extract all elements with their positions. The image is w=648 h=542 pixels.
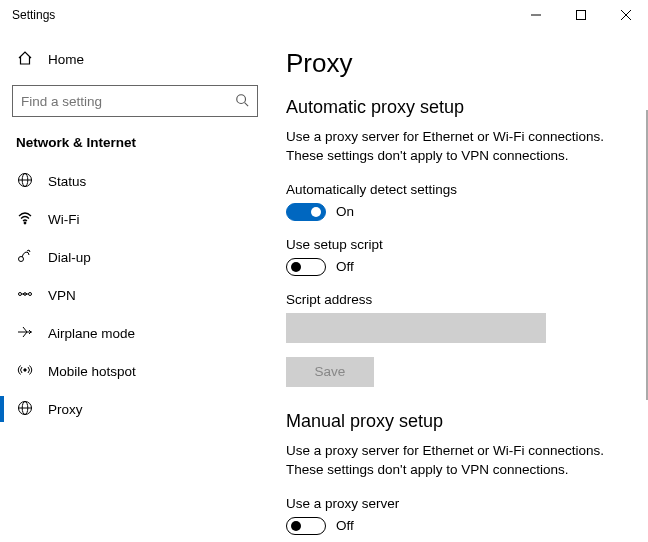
use-proxy-label: Use a proxy server bbox=[286, 496, 634, 511]
maximize-button[interactable] bbox=[558, 0, 603, 30]
manual-section-description: Use a proxy server for Ethernet or Wi-Fi… bbox=[286, 442, 634, 480]
sidebar-item-label: Mobile hotspot bbox=[48, 364, 136, 379]
sidebar-item-label: Proxy bbox=[48, 402, 83, 417]
use-proxy-state: Off bbox=[336, 518, 354, 533]
auto-section-description: Use a proxy server for Ethernet or Wi-Fi… bbox=[286, 128, 634, 166]
svg-point-4 bbox=[237, 94, 246, 103]
search-box[interactable] bbox=[12, 85, 258, 117]
detect-settings-state: On bbox=[336, 204, 354, 219]
window-title: Settings bbox=[12, 8, 55, 22]
svg-point-11 bbox=[19, 292, 22, 295]
sidebar-nav: Status Wi-Fi Dial-up bbox=[10, 162, 260, 428]
globe-icon bbox=[16, 172, 34, 191]
sidebar-item-label: VPN bbox=[48, 288, 76, 303]
svg-point-12 bbox=[29, 292, 32, 295]
save-button[interactable]: Save bbox=[286, 357, 374, 387]
sidebar-section-label: Network & Internet bbox=[10, 131, 260, 162]
search-icon bbox=[235, 93, 249, 110]
sidebar-item-dialup[interactable]: Dial-up bbox=[10, 238, 260, 276]
page-title: Proxy bbox=[286, 48, 634, 79]
search-input[interactable] bbox=[21, 94, 235, 109]
sidebar-item-label: Airplane mode bbox=[48, 326, 135, 341]
sidebar-item-hotspot[interactable]: Mobile hotspot bbox=[10, 352, 260, 390]
sidebar-item-wifi[interactable]: Wi-Fi bbox=[10, 200, 260, 238]
svg-point-10 bbox=[19, 256, 24, 261]
auto-section-heading: Automatic proxy setup bbox=[286, 97, 634, 118]
setup-script-toggle[interactable] bbox=[286, 258, 326, 276]
close-button[interactable] bbox=[603, 0, 648, 30]
manual-section-heading: Manual proxy setup bbox=[286, 411, 634, 432]
svg-point-9 bbox=[24, 222, 26, 224]
wifi-icon bbox=[16, 210, 34, 229]
use-proxy-toggle[interactable] bbox=[286, 517, 326, 535]
sidebar-item-status[interactable]: Status bbox=[10, 162, 260, 200]
sidebar-item-airplane[interactable]: Airplane mode bbox=[10, 314, 260, 352]
vpn-icon bbox=[16, 286, 34, 305]
sidebar-item-proxy[interactable]: Proxy bbox=[10, 390, 260, 428]
detect-settings-toggle[interactable] bbox=[286, 203, 326, 221]
dialup-icon bbox=[16, 248, 34, 267]
sidebar-item-label: Dial-up bbox=[48, 250, 91, 265]
script-address-input[interactable] bbox=[286, 313, 546, 343]
hotspot-icon bbox=[16, 362, 34, 381]
setup-script-state: Off bbox=[336, 259, 354, 274]
globe-icon bbox=[16, 400, 34, 419]
sidebar-item-vpn[interactable]: VPN bbox=[10, 276, 260, 314]
minimize-button[interactable] bbox=[513, 0, 558, 30]
svg-point-14 bbox=[24, 368, 26, 370]
svg-rect-1 bbox=[576, 11, 585, 20]
svg-line-5 bbox=[245, 102, 249, 106]
home-icon bbox=[16, 50, 34, 69]
home-label: Home bbox=[48, 52, 84, 67]
setup-script-label: Use setup script bbox=[286, 237, 634, 252]
sidebar-item-label: Status bbox=[48, 174, 86, 189]
detect-settings-label: Automatically detect settings bbox=[286, 182, 634, 197]
airplane-icon bbox=[16, 324, 34, 343]
sidebar-item-label: Wi-Fi bbox=[48, 212, 79, 227]
script-address-label: Script address bbox=[286, 292, 634, 307]
titlebar: Settings bbox=[0, 0, 648, 30]
sidebar: Home Network & Internet Status bbox=[0, 30, 270, 542]
home-nav[interactable]: Home bbox=[10, 42, 260, 77]
content-pane: Proxy Automatic proxy setup Use a proxy … bbox=[270, 30, 648, 542]
